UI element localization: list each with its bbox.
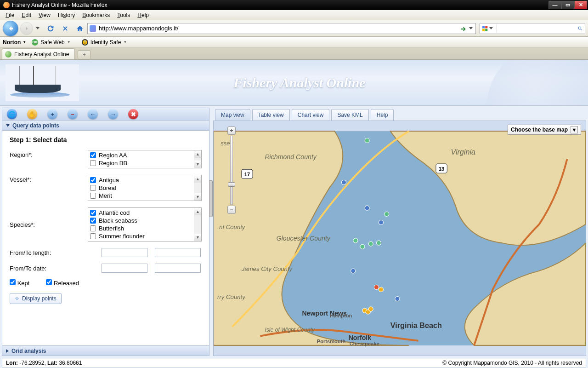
menu-edit[interactable]: Edit — [18, 11, 35, 20]
search-input[interactable] — [500, 25, 577, 32]
search-engine-dropdown-icon[interactable] — [489, 27, 493, 29]
clear-tool-icon[interactable]: ✖ — [128, 109, 138, 119]
safe-web-button[interactable]: OK Safe Web ▼ — [32, 39, 70, 46]
region-listbox[interactable]: Region AA Region BB ▲▼ — [88, 150, 202, 168]
scrollbar[interactable]: ▲▼ — [194, 175, 201, 201]
species-seabass-checkbox[interactable] — [90, 218, 96, 224]
kept-checkbox-label[interactable]: Kept — [10, 279, 29, 287]
scrollbar[interactable]: ▲▼ — [194, 208, 201, 241]
scrollbar[interactable]: ▲▼ — [194, 150, 201, 168]
pan-tool-icon[interactable]: ✋ — [27, 109, 37, 119]
query-accordion: Query data points Step 1: Select data Re… — [2, 121, 209, 356]
released-checkbox-label[interactable]: Released — [46, 279, 79, 287]
menu-history[interactable]: History — [54, 11, 79, 20]
vessel-antigua-checkbox[interactable] — [90, 177, 96, 183]
tab-table-view[interactable]: Table view — [252, 109, 290, 121]
home-button[interactable] — [75, 23, 85, 34]
points-icon: ⁘ — [15, 295, 19, 302]
region-aa-checkbox[interactable] — [90, 152, 96, 158]
go-icon[interactable] — [460, 25, 466, 32]
map-canvas[interactable]: 17 13 — [214, 121, 586, 356]
url-dropdown-icon[interactable] — [469, 27, 473, 29]
menu-view[interactable]: View — [35, 11, 54, 20]
date-to-input[interactable] — [155, 264, 201, 273]
window-titlebar: Fishery Analyst Online - Mozilla Firefox… — [0, 0, 588, 10]
species-butterfish-checkbox[interactable] — [90, 225, 96, 231]
region-bb-checkbox[interactable] — [90, 160, 96, 166]
choose-basemap-button[interactable]: Choose the base map ▾ — [508, 125, 581, 135]
search-icon[interactable] — [577, 25, 583, 32]
new-tab-button[interactable]: + — [78, 50, 90, 59]
zoom-minus-button[interactable]: − — [227, 206, 236, 214]
tab-chart-view[interactable]: Chart view — [292, 109, 330, 121]
vessel-option-label: Boreal — [99, 184, 116, 191]
svg-text:13: 13 — [439, 166, 444, 172]
svg-text:Hampton: Hampton — [330, 313, 352, 318]
back-button[interactable] — [3, 21, 18, 36]
species-option: Summer flounder — [90, 232, 199, 240]
menu-file[interactable]: File — [2, 11, 18, 20]
address-bar[interactable] — [87, 23, 476, 34]
species-flounder-checkbox[interactable] — [90, 233, 96, 239]
svg-text:Gloucester County: Gloucester County — [277, 235, 331, 242]
vessel-option-label: Merit — [99, 192, 112, 199]
vessel-listbox[interactable]: Antigua Boreal Merit ▲▼ — [88, 175, 202, 201]
next-extent-icon[interactable]: → — [108, 109, 118, 119]
splitter-handle[interactable] — [209, 180, 213, 217]
svg-point-11 — [365, 138, 369, 143]
svg-rect-3 — [485, 29, 487, 31]
menu-tools[interactable]: Tools — [113, 11, 134, 20]
close-button[interactable]: ✕ — [574, 1, 587, 9]
tab-favicon — [5, 51, 11, 58]
display-points-button[interactable]: ⁘ Display points — [10, 293, 62, 304]
forward-button[interactable] — [20, 22, 33, 35]
zoom-plus-button[interactable]: + — [227, 126, 236, 135]
released-checkbox[interactable] — [46, 279, 52, 285]
svg-text:Virginia Beach: Virginia Beach — [390, 321, 442, 329]
prev-extent-icon[interactable]: ← — [88, 109, 98, 119]
vessel-merit-checkbox[interactable] — [90, 193, 96, 199]
maximize-button[interactable]: ▭ — [561, 1, 574, 9]
lock-badge-icon: 🔒 — [82, 39, 88, 46]
history-dropdown-icon[interactable] — [36, 27, 40, 29]
length-from-input[interactable] — [102, 248, 147, 257]
zoom-handle[interactable] — [228, 182, 235, 187]
firefox-icon — [3, 2, 10, 8]
kept-checkbox[interactable] — [10, 279, 16, 285]
google-icon — [482, 25, 488, 32]
zoom-slider[interactable]: + − — [227, 126, 236, 214]
svg-rect-2 — [482, 29, 485, 31]
svg-point-15 — [353, 238, 358, 243]
region-option: Region AA — [90, 151, 199, 159]
region-option-label: Region BB — [99, 160, 127, 167]
grid-accordion-header[interactable]: Grid analysis — [2, 345, 209, 356]
search-box[interactable] — [480, 23, 585, 34]
tab-save-kml[interactable]: Save KML — [331, 109, 368, 121]
menu-help[interactable]: Help — [134, 11, 153, 20]
species-cod-checkbox[interactable] — [90, 210, 96, 216]
menu-bookmarks[interactable]: Bookmarks — [79, 11, 113, 20]
zoom-track[interactable] — [230, 136, 233, 205]
reload-button[interactable] — [45, 23, 56, 34]
minimize-button[interactable]: — — [548, 1, 561, 9]
tab-map-view[interactable]: Map view — [215, 109, 250, 121]
length-to-input[interactable] — [155, 248, 201, 257]
zoom-in-icon[interactable]: + — [47, 109, 57, 119]
vessel-boreal-checkbox[interactable] — [90, 185, 96, 191]
date-from-input[interactable] — [102, 264, 147, 273]
tab-help[interactable]: Help — [371, 109, 394, 121]
query-accordion-header[interactable]: Query data points — [2, 121, 209, 131]
zoom-out-icon[interactable]: − — [68, 109, 78, 119]
browser-tab-active[interactable]: Fishery Analyst Online — [2, 48, 75, 59]
identity-safe-button[interactable]: 🔒 Identity Safe ▼ — [82, 39, 127, 46]
species-listbox[interactable]: Atlantic cod Black seabass Butterfish Su… — [88, 207, 202, 242]
url-input[interactable] — [99, 25, 460, 32]
svg-point-25 — [368, 307, 373, 311]
identify-tool-icon[interactable]: 🌐 — [7, 109, 17, 119]
vessel-option-label: Antigua — [99, 177, 119, 184]
browser-menubar: File Edit View History Bookmarks Tools H… — [0, 10, 588, 20]
svg-text:17: 17 — [244, 172, 250, 177]
stop-button[interactable] — [60, 23, 70, 34]
map-viewport[interactable]: 17 13 — [213, 121, 586, 356]
app-root: Fishery Analyst Online 🌐 ✋ + − ← → ✖ Que… — [0, 60, 588, 368]
